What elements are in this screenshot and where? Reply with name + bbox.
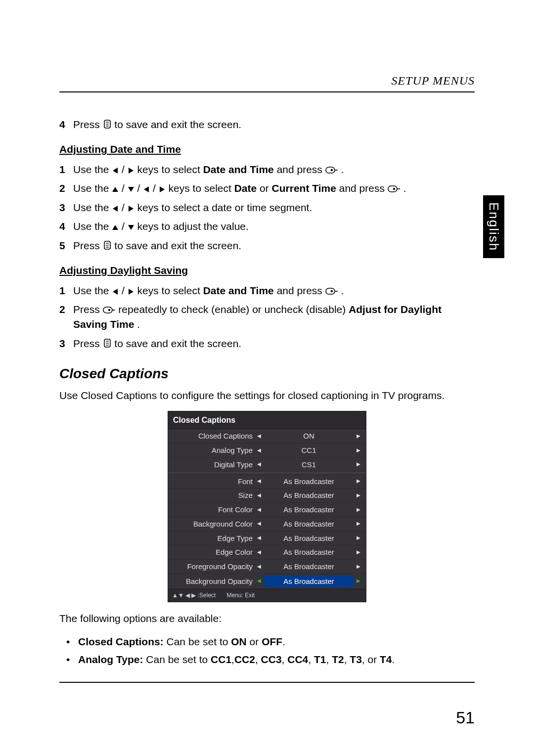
osd-row[interactable]: Font◄As Broadcaster►	[168, 474, 366, 489]
text: keys to adjust the value.	[137, 221, 249, 232]
step: 2 Press repeatedly to check (enable) or …	[59, 302, 475, 332]
text: .	[341, 164, 344, 175]
left-arrow-icon[interactable]: ◄	[255, 577, 264, 586]
left-arrow-icon	[112, 288, 119, 295]
down-arrow-icon	[128, 224, 134, 231]
osd-row[interactable]: Font Color◄As Broadcaster►	[168, 502, 366, 517]
text: Use the	[73, 285, 112, 296]
bold-text: CC2	[234, 654, 255, 665]
osd-row[interactable]: Digital Type◄CS1►	[168, 457, 366, 472]
text: .	[282, 636, 285, 647]
left-arrow-icon[interactable]: ◄	[255, 534, 264, 543]
osd-row[interactable]: Foreground Opacity◄As Broadcaster►	[168, 559, 366, 574]
osd-row[interactable]: Analog Type◄CC1►	[168, 443, 366, 457]
step: 3 Use the / keys to select a date or tim…	[59, 200, 475, 215]
left-arrow-icon[interactable]: ◄	[255, 519, 264, 529]
slash: /	[137, 182, 143, 194]
osd-row[interactable]: Closed Captions◄ON►	[168, 429, 366, 443]
bold-text: Date and Time	[203, 285, 274, 296]
osd-row-value: As Broadcaster	[264, 576, 354, 587]
osd-row[interactable]: Background Opacity◄As Broadcaster►	[168, 574, 366, 589]
svg-marker-18	[112, 225, 118, 230]
text: keys to select	[137, 285, 203, 296]
osd-row[interactable]: Edge Type◄As Broadcaster►	[168, 531, 366, 545]
enter-icon	[388, 185, 400, 193]
right-arrow-icon[interactable]: ►	[354, 432, 363, 441]
text: :Select	[198, 592, 216, 599]
osd-title: Closed Captions	[168, 411, 366, 429]
right-arrow-icon[interactable]: ►	[354, 446, 363, 455]
text: Use the	[73, 221, 112, 232]
text: ,	[308, 654, 314, 665]
daylight-steps: 1 Use the / keys to select Date and Time…	[59, 283, 475, 352]
text: ,	[326, 654, 332, 665]
osd-row-label: Closed Captions	[171, 431, 255, 442]
left-arrow-icon[interactable]: ◄	[255, 491, 264, 500]
menu-icon	[103, 338, 112, 348]
text: and press	[277, 164, 325, 175]
subhead-date-time: Adjusting Date and Time	[59, 142, 475, 157]
text: , or	[362, 654, 380, 665]
subhead-daylight: Adjusting Daylight Saving	[59, 263, 475, 278]
right-arrow-icon[interactable]: ►	[354, 577, 363, 586]
options-intro: The following options are available:	[59, 611, 475, 626]
svg-marker-10	[128, 187, 134, 192]
svg-point-7	[331, 169, 333, 171]
step-text: Press to save and exit the screen.	[73, 336, 475, 351]
osd-row[interactable]: Background Color◄As Broadcaster►	[168, 517, 366, 531]
osd-footer-nav: ▲▼ ◀ ▶ :Select	[172, 591, 216, 600]
nav-arrows-icon: ▲▼ ◀ ▶	[172, 592, 198, 599]
options-list: Closed Captions: Can be set to ON or OFF…	[59, 634, 475, 667]
right-arrow-icon[interactable]: ►	[354, 477, 363, 486]
text: Press	[73, 338, 103, 349]
svg-point-27	[331, 290, 333, 292]
osd-row-label: Foreground Opacity	[171, 561, 255, 572]
right-arrow-icon[interactable]: ►	[354, 491, 363, 500]
left-arrow-icon[interactable]: ◄	[255, 548, 264, 557]
svg-marker-19	[128, 225, 134, 230]
text: Use the	[73, 164, 112, 175]
svg-marker-16	[113, 206, 118, 212]
right-arrow-icon	[128, 205, 134, 212]
left-arrow-icon[interactable]: ◄	[255, 432, 264, 441]
step: 1 Use the / keys to select Date and Time…	[59, 162, 475, 177]
text: .	[392, 654, 395, 665]
step-number: 4	[59, 219, 73, 234]
menu-icon	[103, 240, 112, 250]
step-number: 2	[59, 181, 73, 196]
content: 4 Press to save and exit the screen. Adj…	[59, 117, 475, 667]
bold-text: T1	[314, 654, 326, 665]
slash: /	[122, 285, 128, 296]
bold-text: T4	[380, 654, 392, 665]
enter-icon	[325, 287, 338, 295]
osd-row-value: As Broadcaster	[264, 519, 354, 530]
right-arrow-icon[interactable]: ►	[354, 562, 363, 572]
right-arrow-icon[interactable]: ►	[354, 505, 363, 515]
osd-row-value: ON	[264, 431, 354, 442]
left-arrow-icon[interactable]: ◄	[255, 477, 264, 486]
right-arrow-icon[interactable]: ►	[354, 548, 363, 557]
text: to save and exit the screen.	[114, 119, 241, 130]
step-text: Use the / / / keys to select Date or Cur…	[73, 181, 475, 196]
left-arrow-icon[interactable]: ◄	[255, 505, 264, 515]
text: and press	[277, 285, 325, 296]
bold-text: OFF	[262, 636, 282, 647]
right-arrow-icon[interactable]: ►	[354, 534, 363, 543]
bold-text: CC3	[261, 654, 282, 665]
language-tab: English	[483, 195, 504, 258]
osd-row[interactable]: Edge Color◄As Broadcaster►	[168, 545, 366, 559]
left-arrow-icon[interactable]: ◄	[255, 460, 264, 469]
svg-rect-6	[326, 167, 335, 173]
osd-row[interactable]: Size◄As Broadcaster►	[168, 488, 366, 502]
svg-rect-13	[388, 186, 397, 192]
page-header: SETUP MENUS	[59, 74, 475, 88]
text: Press	[73, 119, 103, 130]
right-arrow-icon[interactable]: ►	[354, 519, 363, 529]
left-arrow-icon[interactable]: ◄	[255, 562, 264, 572]
left-arrow-icon[interactable]: ◄	[255, 446, 264, 455]
bold-text: Current Time	[272, 182, 336, 194]
right-arrow-icon[interactable]: ►	[354, 460, 363, 469]
bold-text: T2	[332, 654, 344, 665]
slash: /	[122, 164, 128, 175]
trailing-step-list: 4 Press to save and exit the screen.	[59, 117, 475, 132]
